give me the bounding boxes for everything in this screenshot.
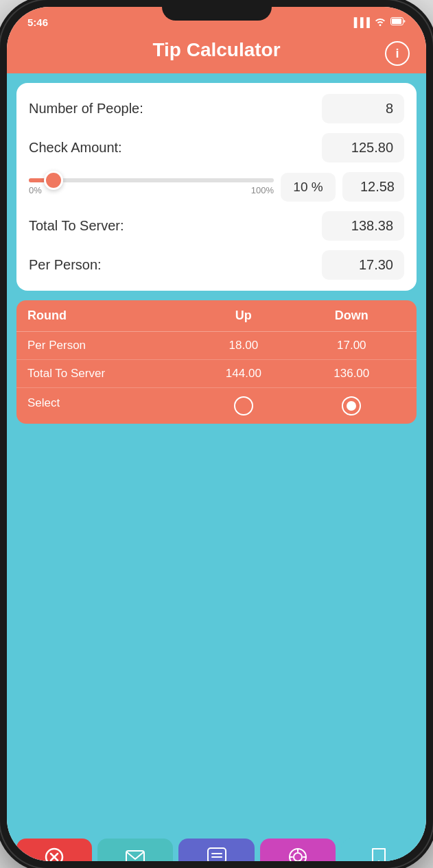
round-table: Round Up Down Per Person 18.00 17.00 Tot… bbox=[16, 300, 417, 424]
round-up-radio[interactable] bbox=[189, 396, 297, 415]
signal-icon: ▐▐▐ bbox=[351, 17, 370, 27]
per-person-value: 17.30 bbox=[322, 250, 404, 280]
info-icon: i bbox=[395, 47, 399, 61]
num-people-value[interactable]: 8 bbox=[322, 94, 404, 123]
per-person-down-value: 17.00 bbox=[298, 339, 406, 352]
per-person-up-value: 18.00 bbox=[189, 339, 297, 352]
svg-point-2 bbox=[46, 849, 62, 861]
tip-slider[interactable]: 0% 100% bbox=[29, 178, 274, 195]
email-button[interactable]: E-Mail bbox=[97, 839, 173, 861]
phone-screen: 5:46 ▐▐▐ Tip Calculator bbox=[7, 7, 426, 861]
per-person-round-row: Per Person 18.00 17.00 bbox=[16, 332, 417, 360]
total-server-down-value: 136.00 bbox=[298, 367, 406, 381]
main-content: Number of People: 8 Check Amount: 125.80 bbox=[7, 73, 426, 832]
phone-frame: 5:46 ▐▐▐ Tip Calculator bbox=[0, 0, 433, 868]
clear-button[interactable]: Clear bbox=[16, 839, 92, 861]
num-people-label: Number of People: bbox=[29, 101, 143, 117]
notch bbox=[162, 0, 272, 21]
status-time: 5:46 bbox=[27, 16, 48, 28]
calculator-card: Number of People: 8 Check Amount: 125.80 bbox=[16, 83, 417, 291]
total-server-label: Total To Server: bbox=[29, 218, 124, 234]
check-amount-row: Check Amount: 125.80 bbox=[29, 133, 404, 162]
action-buttons-bar: Clear E-Mail bbox=[7, 832, 426, 861]
select-label: Select bbox=[27, 396, 189, 415]
retrieve-button[interactable]: Retrieve bbox=[260, 839, 336, 861]
app-header: Tip Calculator i bbox=[7, 34, 426, 73]
round-down-radio[interactable] bbox=[298, 396, 406, 415]
per-person-label: Per Person: bbox=[29, 257, 102, 273]
battery-icon bbox=[390, 17, 406, 27]
total-server-value: 138.38 bbox=[322, 211, 404, 241]
svg-point-10 bbox=[294, 853, 302, 861]
text-icon bbox=[207, 847, 226, 861]
email-icon bbox=[126, 849, 145, 861]
total-server-up-value: 144.00 bbox=[189, 367, 297, 381]
per-person-round-label: Per Person bbox=[27, 339, 189, 352]
text-button[interactable]: Text bbox=[178, 839, 254, 861]
svg-rect-1 bbox=[392, 19, 401, 24]
num-people-row: Number of People: 8 bbox=[29, 94, 404, 123]
retrieve-icon bbox=[288, 847, 307, 861]
clear-icon bbox=[45, 847, 64, 861]
check-amount-label: Check Amount: bbox=[29, 140, 122, 156]
total-server-round-row: Total To Server 144.00 136.00 bbox=[16, 360, 417, 388]
per-person-row: Per Person: 17.30 bbox=[29, 250, 404, 280]
round-header-up: Up bbox=[189, 309, 297, 323]
info-button[interactable]: i bbox=[385, 41, 410, 66]
slider-min-label: 0% bbox=[29, 185, 42, 195]
total-server-row: Total To Server: 138.38 bbox=[29, 211, 404, 241]
save-icon bbox=[371, 847, 386, 861]
wifi-icon bbox=[374, 16, 386, 28]
radio-filled-icon bbox=[342, 396, 361, 415]
tip-slider-row: 0% 100% 10 % 12.58 bbox=[29, 172, 404, 202]
round-header-down: Down bbox=[298, 309, 406, 323]
tip-amount-display: 12.58 bbox=[342, 172, 404, 202]
save-button[interactable]: Save bbox=[341, 839, 417, 861]
round-table-header: Round Up Down bbox=[16, 300, 417, 332]
tip-percent-display: 10 % bbox=[281, 173, 336, 202]
status-icons: ▐▐▐ bbox=[351, 16, 406, 28]
round-select-row: Select bbox=[16, 388, 417, 424]
svg-rect-6 bbox=[208, 848, 226, 861]
check-amount-value[interactable]: 125.80 bbox=[322, 133, 404, 162]
round-header-round: Round bbox=[27, 309, 189, 323]
total-server-round-label: Total To Server bbox=[27, 367, 189, 381]
app-title: Tip Calculator bbox=[21, 39, 412, 61]
slider-max-label: 100% bbox=[251, 185, 274, 195]
radio-empty-icon bbox=[234, 396, 253, 415]
